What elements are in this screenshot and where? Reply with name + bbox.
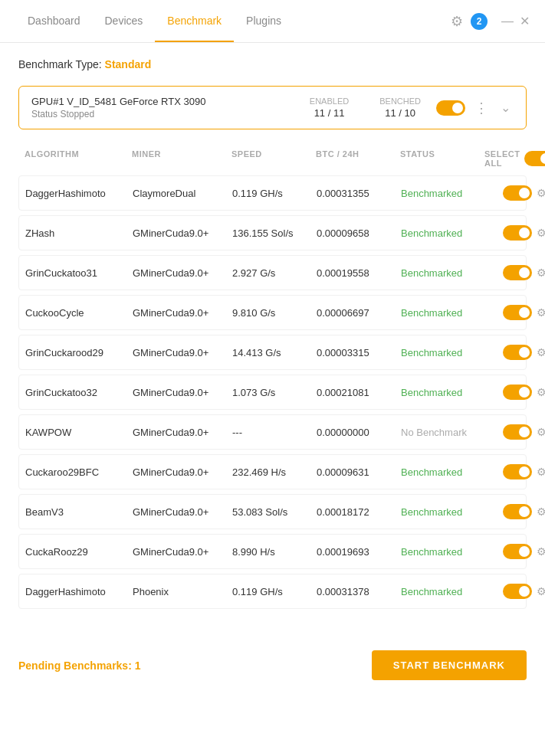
- start-benchmark-button[interactable]: START BENCHMARK: [372, 650, 527, 680]
- cell-algorithm: GrinCuckarood29: [25, 347, 133, 358]
- cell-status: Benchmarked: [401, 307, 485, 319]
- row-toggle-7[interactable]: [503, 464, 532, 479]
- header-actions: ⚙ 2 — ✕: [451, 13, 530, 30]
- cell-miner: GMinerCuda9.0+: [133, 427, 232, 438]
- col-status: STATUS: [400, 149, 484, 168]
- row-settings-5[interactable]: ⚙: [537, 386, 545, 398]
- cell-miner: GMinerCuda9.0+: [133, 387, 232, 398]
- cell-miner: ClaymoreDual: [133, 188, 232, 199]
- row-toggle-8[interactable]: [503, 504, 532, 519]
- tab-benchmark[interactable]: Benchmark: [155, 1, 234, 42]
- col-btc: BTC / 24H: [316, 149, 400, 168]
- enabled-value: 11 / 11: [310, 107, 349, 119]
- cell-algorithm: GrinCuckatoo31: [25, 267, 133, 279]
- cell-status: Benchmarked: [401, 546, 485, 558]
- cell-speed: ---: [232, 427, 317, 438]
- row-settings-6[interactable]: ⚙: [537, 426, 545, 438]
- settings-icon[interactable]: ⚙: [451, 13, 463, 30]
- cell-miner: Phoenix: [133, 586, 232, 597]
- cell-status: Benchmarked: [401, 387, 485, 398]
- tab-dashboard[interactable]: Dashboard: [15, 1, 93, 42]
- cell-speed: 232.469 H/s: [232, 466, 317, 478]
- cell-btc: 0.00019693: [317, 546, 401, 558]
- cell-speed: 0.119 GH/s: [232, 188, 317, 199]
- close-button[interactable]: ✕: [520, 15, 530, 28]
- algo-table: ALGORITHM MINER SPEED BTC / 24H STATUS S…: [18, 145, 527, 609]
- row-toggle-10[interactable]: [503, 584, 532, 599]
- minimize-button[interactable]: —: [501, 15, 514, 28]
- table-row: GrinCuckarood29 GMinerCuda9.0+ 14.413 G/…: [18, 335, 527, 370]
- footer: Pending Benchmarks: 1 START BENCHMARK: [0, 635, 545, 695]
- row-toggle-2[interactable]: [503, 265, 532, 280]
- cell-algorithm: KAWPOW: [25, 427, 133, 438]
- col-miner: MINER: [132, 149, 231, 168]
- col-select-all: SELECT ALL: [484, 149, 545, 168]
- row-toggle-4[interactable]: [503, 345, 532, 360]
- row-toggle-0[interactable]: [503, 185, 532, 201]
- tab-devices[interactable]: Devices: [93, 1, 156, 42]
- table-row: GrinCuckatoo32 GMinerCuda9.0+ 1.073 G/s …: [18, 375, 527, 410]
- tab-plugins[interactable]: Plugins: [234, 1, 294, 42]
- table-row: GrinCuckatoo31 GMinerCuda9.0+ 2.927 G/s …: [18, 255, 527, 290]
- cell-controls: ⚙: [485, 185, 545, 201]
- app-header: Dashboard Devices Benchmark Plugins ⚙ 2 …: [0, 0, 545, 43]
- table-row: KAWPOW GMinerCuda9.0+ --- 0.00000000 No …: [18, 414, 527, 450]
- gpu-toggle[interactable]: [436, 100, 465, 116]
- gpu-expand-button[interactable]: ⌄: [497, 99, 514, 116]
- cell-algorithm: BeamV3: [25, 506, 133, 518]
- row-toggle-9[interactable]: [503, 544, 532, 559]
- gpu-enabled-metric: ENABLED 11 / 11: [310, 97, 349, 119]
- table-row: BeamV3 GMinerCuda9.0+ 53.083 Sol/s 0.000…: [18, 494, 527, 529]
- cell-speed: 1.073 G/s: [232, 387, 317, 398]
- cell-speed: 9.810 G/s: [232, 307, 317, 319]
- cell-btc: 0.00021081: [317, 387, 401, 398]
- gpu-name: GPU#1 V_ID_5481 GeForce RTX 3090: [31, 96, 310, 107]
- row-settings-4[interactable]: ⚙: [537, 346, 545, 358]
- row-toggle-5[interactable]: [503, 385, 532, 400]
- gpu-info: GPU#1 V_ID_5481 GeForce RTX 3090 Status …: [31, 96, 310, 119]
- table-row: ZHash GMinerCuda9.0+ 136.155 Sol/s 0.000…: [18, 215, 527, 250]
- gpu-benched-metric: BENCHED 11 / 10: [379, 97, 421, 119]
- cell-controls: ⚙: [485, 385, 545, 400]
- enabled-label: ENABLED: [310, 97, 349, 106]
- notification-badge[interactable]: 2: [471, 13, 488, 30]
- cell-speed: 136.155 Sol/s: [232, 227, 317, 239]
- cell-miner: GMinerCuda9.0+: [133, 347, 232, 358]
- cell-speed: 8.990 H/s: [232, 546, 317, 558]
- row-settings-7[interactable]: ⚙: [537, 466, 545, 478]
- benchmark-type-label: Benchmark Type:: [18, 58, 102, 70]
- row-settings-10[interactable]: ⚙: [537, 585, 545, 597]
- row-settings-1[interactable]: ⚙: [537, 227, 545, 239]
- cell-status: Benchmarked: [401, 227, 485, 239]
- cell-btc: 0.00003315: [317, 347, 401, 358]
- cell-btc: 0.00000000: [317, 427, 401, 438]
- row-settings-2[interactable]: ⚙: [537, 267, 545, 279]
- cell-algorithm: DaggerHashimoto: [25, 586, 133, 597]
- row-settings-8[interactable]: ⚙: [537, 506, 545, 518]
- row-settings-9[interactable]: ⚙: [537, 545, 545, 558]
- cell-controls: ⚙: [485, 504, 545, 519]
- row-settings-0[interactable]: ⚙: [537, 187, 545, 199]
- table-row: CuckooCycle GMinerCuda9.0+ 9.810 G/s 0.0…: [18, 295, 527, 330]
- cell-status: No Benchmark: [401, 427, 485, 438]
- cell-miner: GMinerCuda9.0+: [133, 546, 232, 558]
- cell-btc: 0.00006697: [317, 307, 401, 319]
- main-content: Benchmark Type: Standard GPU#1 V_ID_5481…: [0, 43, 545, 629]
- cell-status: Benchmarked: [401, 347, 485, 358]
- gpu-card: GPU#1 V_ID_5481 GeForce RTX 3090 Status …: [18, 86, 527, 129]
- row-settings-3[interactable]: ⚙: [537, 306, 545, 319]
- cell-speed: 53.083 Sol/s: [232, 506, 317, 518]
- gpu-status-text: Status Stopped: [31, 109, 310, 119]
- row-toggle-1[interactable]: [503, 225, 532, 241]
- cell-btc: 0.00031378: [317, 586, 401, 597]
- row-toggle-3[interactable]: [503, 305, 532, 320]
- cell-controls: ⚙: [485, 225, 545, 241]
- gpu-menu-button[interactable]: ⋮: [471, 98, 491, 118]
- cell-miner: GMinerCuda9.0+: [133, 227, 232, 239]
- cell-controls: ⚙: [485, 345, 545, 360]
- col-speed: SPEED: [231, 149, 316, 168]
- select-all-toggle[interactable]: [524, 151, 545, 166]
- table-row: DaggerHashimoto Phoenix 0.119 GH/s 0.000…: [18, 574, 527, 609]
- row-toggle-6[interactable]: [503, 424, 532, 440]
- cell-status: Benchmarked: [401, 188, 485, 199]
